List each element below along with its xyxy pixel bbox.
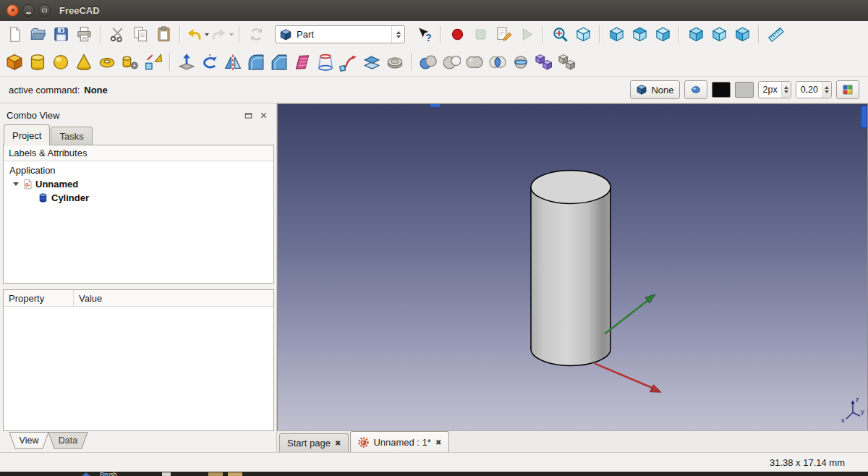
window-close-button[interactable] <box>7 4 19 17</box>
close-tab-icon[interactable] <box>335 439 341 447</box>
view-data-tab-bar: View Data <box>3 431 274 451</box>
workbench-selector[interactable]: Part <box>275 25 405 43</box>
value-column-header[interactable]: Value <box>74 290 273 306</box>
toolbar-separator <box>678 25 680 43</box>
spinner-arrows-icon[interactable] <box>781 82 791 98</box>
spin-down-icon[interactable] <box>825 90 829 93</box>
scrollbar-vertical-thumb[interactable] <box>861 106 867 128</box>
dock-close-button[interactable] <box>259 109 271 121</box>
cut-button[interactable] <box>106 23 129 46</box>
shape-builder-button[interactable] <box>142 51 165 74</box>
dimension-readout: 31.38 x 17.14 mm <box>770 457 845 468</box>
undo-button[interactable] <box>185 23 210 46</box>
ruled-surface-button[interactable] <box>291 51 314 74</box>
line-width-spinner[interactable]: 2px <box>758 81 791 98</box>
print-document-button[interactable] <box>72 23 95 46</box>
part-primitives-button[interactable] <box>119 51 142 74</box>
property-column-header[interactable]: Property <box>4 290 74 306</box>
thickness-button[interactable] <box>383 51 407 74</box>
print-icon <box>76 26 93 43</box>
cylinder-solid-icon <box>38 192 48 203</box>
spin-up-icon[interactable] <box>396 31 401 34</box>
part-torus-button[interactable] <box>95 51 119 74</box>
close-tab-icon[interactable] <box>435 438 441 446</box>
panel-splitter[interactable] <box>3 284 274 289</box>
face-color-swatch[interactable] <box>735 82 754 98</box>
cube-iso-icon <box>575 26 592 43</box>
part-box-icon <box>5 53 24 72</box>
dropdown-caret-icon <box>205 33 209 36</box>
window-maximize-button[interactable] <box>38 4 51 17</box>
open-document-button[interactable] <box>26 23 49 46</box>
tab-project[interactable]: Project <box>4 124 50 145</box>
view-rear-button[interactable] <box>684 23 707 46</box>
draw-style-button[interactable] <box>684 80 707 99</box>
spin-up-icon[interactable] <box>825 86 829 89</box>
view-axonometric-button[interactable] <box>571 23 595 46</box>
view-front-button[interactable] <box>605 23 628 46</box>
view-bottom-button[interactable] <box>707 23 731 46</box>
spinner-arrows-icon[interactable] <box>822 82 831 98</box>
part-cylinder-button[interactable] <box>26 51 49 74</box>
compound-button[interactable] <box>532 51 556 74</box>
part-sphere-button[interactable] <box>49 51 72 74</box>
tree-item-cylinder[interactable]: Cylinder <box>4 191 273 205</box>
chamfer-button[interactable] <box>268 51 291 74</box>
tab-start-page[interactable]: Start page <box>279 433 349 452</box>
boolean-button[interactable] <box>417 51 440 74</box>
mirror-button[interactable] <box>221 51 244 74</box>
tree-item-unnamed[interactable]: Unnamed <box>4 177 273 191</box>
scrollbar-horizontal-thumb[interactable] <box>430 104 440 107</box>
color-per-face-button[interactable] <box>836 80 859 99</box>
z-axis-label: z <box>856 396 859 403</box>
titlebar: FreeCAD <box>0 0 868 21</box>
new-document-button[interactable] <box>3 23 26 46</box>
copy-button[interactable] <box>129 23 152 46</box>
color-per-face-icon <box>842 84 854 95</box>
boolean-union-button[interactable] <box>463 51 486 74</box>
transparency-spinner[interactable]: 0,20 <box>796 81 832 98</box>
save-document-button[interactable] <box>49 23 72 46</box>
combo-view-panel: Combo View Project Tasks Labels & Attrib… <box>0 103 277 452</box>
freecad-logo-icon <box>358 437 369 448</box>
sweep-button[interactable] <box>337 51 360 74</box>
part-cone-button[interactable] <box>72 51 95 74</box>
background-thumbnail <box>228 472 242 476</box>
combo-spinner-icon[interactable] <box>391 26 401 43</box>
spin-down-icon[interactable] <box>396 35 401 38</box>
boolean-cut-button[interactable] <box>440 51 463 74</box>
view-left-button[interactable] <box>731 23 754 46</box>
loft-button[interactable] <box>314 51 337 74</box>
view-top-button[interactable] <box>628 23 651 46</box>
compound-tools-button[interactable] <box>556 51 579 74</box>
tab-unnamed-document[interactable]: Unnamed : 1* <box>350 431 449 452</box>
dock-float-button[interactable] <box>244 109 255 121</box>
tab-tasks[interactable]: Tasks <box>51 127 92 145</box>
line-color-swatch[interactable] <box>712 82 731 98</box>
whats-this-button[interactable]: ? <box>412 23 435 46</box>
revolve-button[interactable] <box>198 51 221 74</box>
x-axis-label: x <box>841 417 845 424</box>
paste-button[interactable] <box>152 23 175 46</box>
expander-icon[interactable] <box>13 182 19 186</box>
selection-appearance-button[interactable]: None <box>630 80 679 99</box>
part-toolbar <box>0 48 868 77</box>
fillet-button[interactable] <box>244 51 268 74</box>
fit-all-button[interactable] <box>548 23 571 46</box>
section-button[interactable] <box>509 51 532 74</box>
tree-item-application[interactable]: Application <box>4 163 273 177</box>
spin-down-icon[interactable] <box>784 90 788 93</box>
toolbar-separator <box>542 25 544 43</box>
macro-edit-button[interactable] <box>492 23 515 46</box>
window-minimize-button[interactable] <box>22 4 35 17</box>
spin-up-icon[interactable] <box>784 86 788 89</box>
part-box-button[interactable] <box>3 51 26 74</box>
extrude-button[interactable] <box>175 51 198 74</box>
view-right-button[interactable] <box>651 23 674 46</box>
macro-record-button[interactable] <box>446 23 469 46</box>
3d-viewport[interactable]: z y x <box>277 103 868 430</box>
measure-linear-button[interactable] <box>764 23 787 46</box>
offset-button[interactable] <box>360 51 383 74</box>
cylinder-shape[interactable] <box>531 171 610 366</box>
boolean-intersection-button[interactable] <box>486 51 509 74</box>
